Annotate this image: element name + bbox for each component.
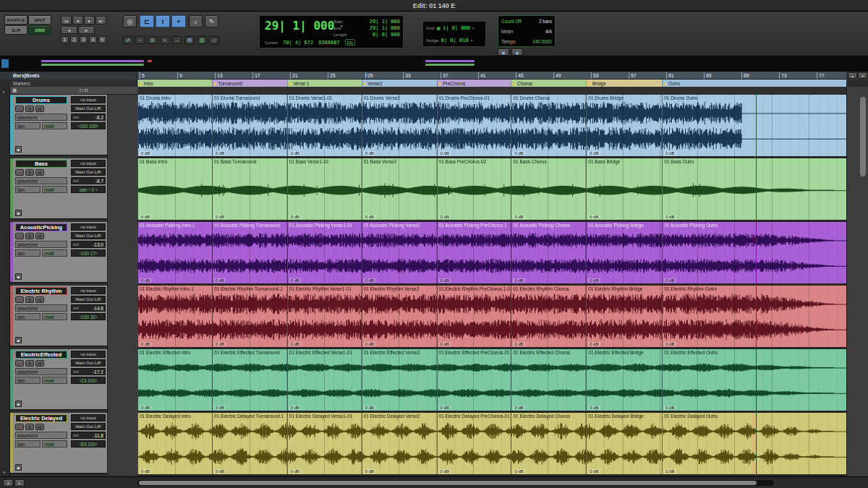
tempo-label[interactable]: Tempo bbox=[501, 39, 516, 44]
clip-gain-badge[interactable]: 0 dB bbox=[289, 151, 301, 155]
audio-region[interactable]: 01 Acoustic Picking Bridge0 dB bbox=[586, 222, 662, 283]
count-off-label[interactable]: Count Off bbox=[501, 19, 522, 24]
input-selector[interactable]: no input bbox=[71, 414, 106, 421]
clip-gain-badge[interactable]: 0 dB bbox=[513, 215, 524, 219]
volume-display[interactable]: vol-14.8 bbox=[71, 304, 106, 312]
clip-gain-badge[interactable]: 0 dB bbox=[664, 215, 676, 219]
audio-region[interactable]: 01 Electric Effected Verse1-010 dB bbox=[287, 349, 362, 411]
output-selector[interactable]: Main Out L/R bbox=[71, 359, 106, 367]
clip-gain-badge[interactable]: 0 dB bbox=[289, 278, 301, 283]
audio-region[interactable]: 01 Electric Rhythm Outro0 dB bbox=[662, 286, 846, 347]
clip-gain-badge[interactable]: 0 dB bbox=[439, 278, 451, 283]
clip-gain-badge[interactable]: 0 dB bbox=[664, 278, 676, 283]
audio-region[interactable]: 01 Bass Verse20 dB bbox=[362, 158, 437, 220]
clip-gain-badge[interactable]: 0 dB bbox=[214, 151, 226, 155]
marker-outro[interactable]: ◆Outro bbox=[662, 80, 680, 87]
audio-region[interactable]: 01 Electric Delayed Verse1-010 dB bbox=[287, 413, 362, 474]
elastic-audio-selector[interactable]: dyn▾ bbox=[15, 313, 41, 320]
track-view-selector[interactable]: waveform▾ bbox=[15, 304, 67, 312]
clip-gain-badge[interactable]: 0 dB bbox=[289, 469, 301, 474]
next-button[interactable]: ▸ bbox=[84, 16, 95, 25]
pencil-tool-button[interactable]: ✎ bbox=[205, 15, 218, 27]
mute-button[interactable]: M bbox=[35, 233, 44, 239]
zoom-toggle-button[interactable]: ◂ bbox=[3, 479, 13, 487]
grid-mode-button[interactable]: GRID bbox=[28, 25, 51, 35]
track-list-menu-icon[interactable]: ▦ bbox=[12, 87, 17, 93]
clip-gain-badge[interactable]: 0 dB bbox=[140, 469, 151, 474]
delay-compensation-indicator[interactable]: Dly bbox=[345, 39, 356, 46]
clip-gain-badge[interactable]: 0 dB bbox=[140, 151, 151, 155]
scrubber-tool-button[interactable]: ♪ bbox=[189, 15, 203, 27]
zoom-toggle-button-2[interactable]: ▸ bbox=[14, 479, 25, 487]
audio-region[interactable]: 01 Electric Rhythm Turnaround.10 dB bbox=[212, 286, 287, 347]
record-enable-button[interactable]: ● bbox=[15, 233, 24, 239]
go-to-start-button[interactable]: |◂ bbox=[61, 16, 72, 25]
record-enable-button[interactable]: ● bbox=[15, 106, 24, 112]
audio-region[interactable]: 01 Acoustic Picking Verse20 dB bbox=[362, 222, 437, 283]
solo-button[interactable]: S bbox=[25, 106, 34, 112]
zoom-horizontal-in-button[interactable]: ▸ bbox=[78, 26, 95, 34]
audio-region[interactable]: 01 Electric Effected Verse20 dB bbox=[362, 349, 437, 411]
clip-gain-badge[interactable]: 0 dB bbox=[364, 342, 375, 346]
solo-button[interactable]: S bbox=[25, 360, 34, 367]
output-selector[interactable]: Main Out L/R bbox=[71, 232, 106, 239]
audio-region[interactable]: 01 Bass Verse1-010 dB bbox=[287, 158, 362, 220]
input-selector[interactable]: no input bbox=[71, 96, 106, 103]
audio-region[interactable]: 01 Electric Effected PreChorus-010 dB bbox=[437, 349, 511, 411]
audio-region[interactable]: 01 Electric Delayed Verse20 dB bbox=[362, 413, 437, 474]
toolbar-toggle-6[interactable]: ▤ bbox=[184, 36, 195, 44]
clip-gain-badge[interactable]: 0 dB bbox=[140, 278, 151, 283]
clip-gain-badge[interactable]: 0 dB bbox=[664, 469, 676, 474]
record-enable-button[interactable]: ● bbox=[15, 424, 24, 430]
go-to-end-button[interactable]: ▸| bbox=[95, 16, 106, 25]
universe-view[interactable] bbox=[0, 56, 868, 72]
toolbar-toggle-2[interactable]: ≈ bbox=[135, 36, 145, 44]
clip-gain-badge[interactable]: 0 dB bbox=[364, 469, 375, 474]
toolbar-toggle-5[interactable]: ↔ bbox=[172, 36, 182, 44]
track-view-selector[interactable]: waveform▾ bbox=[15, 177, 67, 184]
solo-button[interactable]: S bbox=[25, 169, 34, 176]
audio-region[interactable]: 01 Electric Delayed Bridge0 dB bbox=[586, 413, 662, 474]
audio-region[interactable]: 01 Electric Rhythm Chorus0 dB bbox=[511, 286, 586, 347]
clip-gain-badge[interactable]: 0 dB bbox=[364, 215, 375, 219]
mute-button[interactable]: M bbox=[35, 169, 44, 176]
shuffle-mode-button[interactable]: SHUFFLE bbox=[4, 15, 27, 25]
clip-gain-badge[interactable]: 0 dB bbox=[214, 469, 226, 474]
volume-display[interactable]: vol-11.8 bbox=[71, 432, 106, 439]
clip-gain-badge[interactable]: 0 dB bbox=[214, 342, 226, 346]
vertical-scrollbar[interactable] bbox=[860, 97, 866, 176]
ruler-scroll-up-button[interactable]: ▴ bbox=[848, 72, 857, 79]
zoom-preset-3[interactable]: 3 bbox=[80, 36, 88, 43]
zoom-horizontal-out-button[interactable]: ◂ bbox=[61, 26, 77, 34]
pan-display[interactable]: ‹100 100› bbox=[71, 122, 106, 129]
clip-gain-badge[interactable]: 0 dB bbox=[214, 215, 226, 219]
marker-verse1[interactable]: ◆Verse 1 bbox=[287, 80, 310, 87]
clip-gain-badge[interactable]: 0 dB bbox=[513, 342, 524, 346]
input-selector[interactable]: no input bbox=[71, 351, 106, 358]
audio-region[interactable]: 01 Drums Verse1-010 dB bbox=[287, 95, 362, 156]
pan-display[interactable]: ‹100 32› bbox=[71, 313, 106, 320]
pan-display[interactable]: pan ‹ 0 › bbox=[71, 186, 106, 193]
mute-button[interactable]: M bbox=[35, 360, 44, 367]
audio-region[interactable]: 01 Bass PreChorus-020 dB bbox=[437, 158, 511, 220]
track-view-selector[interactable]: waveform▾ bbox=[15, 368, 67, 375]
clip-gain-badge[interactable]: 0 dB bbox=[140, 215, 151, 219]
trim-tool-button[interactable]: ⊏ bbox=[140, 15, 154, 27]
track-view-selector[interactable]: waveform▾ bbox=[15, 432, 67, 439]
audio-region[interactable]: 01 Drums Bridge0 dB bbox=[586, 95, 662, 156]
output-selector[interactable]: Main Out L/R bbox=[71, 296, 106, 303]
clip-gain-badge[interactable]: 0 dB bbox=[664, 406, 676, 410]
automation-mode-selector[interactable]: read▾ bbox=[42, 440, 67, 448]
audio-region[interactable]: 01 Electric Rhythm PreChorus.1-010 dB bbox=[437, 286, 511, 347]
freeze-icon[interactable]: ◆ bbox=[15, 210, 22, 216]
audio-region[interactable]: 01 Electric Delayed Outro0 dB bbox=[662, 413, 846, 474]
elastic-audio-selector[interactable]: dyn▾ bbox=[15, 186, 41, 193]
grid-dropdown-icon[interactable]: ▾ bbox=[472, 26, 475, 30]
audio-region[interactable]: 01 Drums Chorus0 dB bbox=[511, 95, 586, 156]
clip-gain-badge[interactable]: 0 dB bbox=[588, 342, 600, 346]
marker-verse2[interactable]: ◆Verse2 bbox=[362, 80, 383, 87]
previous-button[interactable]: ◂ bbox=[72, 16, 83, 25]
mute-button[interactable]: M bbox=[35, 296, 44, 303]
audio-region[interactable]: 01 Electric Rhythm Verse1-010 dB bbox=[287, 286, 362, 347]
audio-region[interactable]: 01 Electric Delayed Chorus0 dB bbox=[511, 413, 586, 474]
